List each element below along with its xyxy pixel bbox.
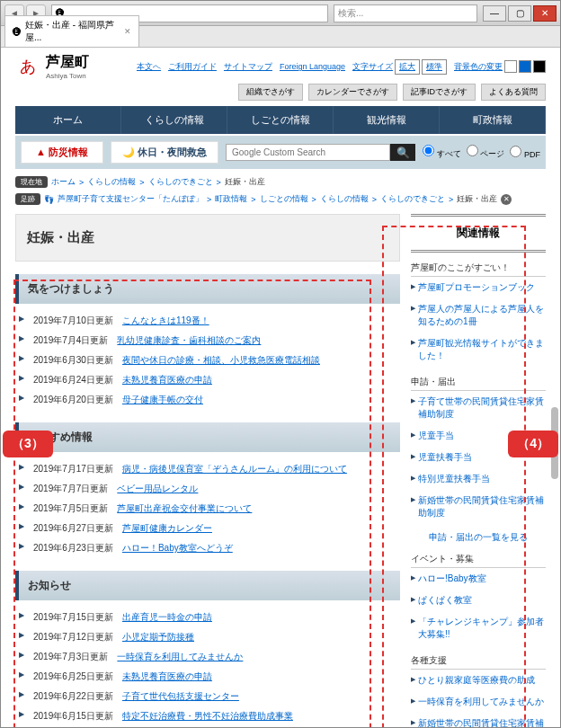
sidebar-link[interactable]: 「チャレンジキャンプ」参加者大募集!! bbox=[411, 611, 546, 645]
search-input[interactable] bbox=[226, 144, 390, 161]
sidebar-link[interactable]: 新婚世帯の民間賃貸住宅家賃補助制度 bbox=[411, 713, 546, 728]
sidebar-link[interactable]: 一時保育を利用してみませんか bbox=[411, 691, 546, 713]
sidebar-title: 関連情報 bbox=[411, 214, 546, 253]
item-link[interactable]: 芦屋町健康カレンダー bbox=[122, 522, 212, 535]
radio-すべて[interactable]: すべて bbox=[423, 145, 461, 160]
item-date: 2019年6月22日更新 bbox=[33, 690, 113, 703]
item-link[interactable]: 母子健康手帳の交付 bbox=[122, 394, 203, 406]
list-item: ▶2019年6月24日更新未熟児養育医療の申請 bbox=[15, 370, 400, 390]
sidebar-group-label: 申請・届出 bbox=[411, 376, 546, 391]
bullet-icon: ▶ bbox=[19, 542, 24, 550]
item-date: 2019年7月3日更新 bbox=[33, 651, 108, 663]
bullet-icon: ▶ bbox=[19, 354, 24, 362]
breadcrumb-link[interactable]: くらしのできごと bbox=[380, 193, 445, 205]
sidebar: 関連情報 芦屋町のここがすごい！芦屋町プロモーションブック芦屋人の芦屋人による芦… bbox=[411, 214, 546, 728]
maximize-button[interactable]: ▢ bbox=[508, 5, 531, 22]
radio-PDF[interactable]: PDF bbox=[510, 146, 540, 159]
sub-button[interactable]: よくある質問 bbox=[481, 84, 546, 101]
nav-item[interactable]: 町政情報 bbox=[440, 106, 546, 134]
sidebar-link[interactable]: 芦屋人の芦屋人による芦屋人を知るための1冊 bbox=[411, 298, 546, 333]
bullet-icon: ▶ bbox=[19, 710, 24, 718]
minimize-button[interactable]: — bbox=[483, 5, 506, 22]
item-link[interactable]: こんなときは119番！ bbox=[122, 315, 209, 327]
item-link[interactable]: 病児・病後児保育室「ぞうさんルーム」の利用について bbox=[122, 463, 347, 475]
breadcrumb-link[interactable]: くらしの情報 bbox=[320, 193, 369, 205]
sidebar-link[interactable]: 芦屋町プロモーションブック bbox=[411, 277, 546, 298]
item-link[interactable]: 出産育児一時金の申請 bbox=[122, 611, 212, 624]
sub-button[interactable]: カレンダーでさがす bbox=[308, 84, 397, 101]
browser-search[interactable]: 検索... bbox=[334, 4, 477, 22]
breadcrumb-link[interactable]: 町政情報 bbox=[215, 193, 247, 205]
fontsize-button[interactable]: 拡大 bbox=[395, 59, 420, 75]
sidebar-link[interactable]: ひとり親家庭等医療費の助成 bbox=[411, 670, 546, 691]
list-item: ▶2019年6月15日更新特定不妊治療費・男性不妊治療費助成事業 bbox=[15, 706, 400, 726]
browser-window: ◄ ► 🅔 検索... — ▢ ✕ 🅔 妊娠・出産 - 福岡県芦屋... ✕ あ… bbox=[0, 0, 561, 728]
item-link[interactable]: 小児定期予防接種 bbox=[122, 631, 194, 644]
item-link[interactable]: 子育て世代包括支援センター bbox=[122, 690, 239, 703]
item-link[interactable]: 一時保育を利用してみませんか bbox=[117, 651, 243, 663]
sub-button[interactable]: 記事IDでさがす bbox=[403, 84, 476, 101]
breadcrumb-link[interactable]: くらしのできごと bbox=[148, 176, 213, 188]
item-link[interactable]: ハロー！Baby教室へどうぞ bbox=[122, 542, 233, 555]
list-item: ▶2019年6月25日更新未熟児養育医療の申請 bbox=[15, 667, 400, 687]
item-link[interactable]: 特定不妊治療費・男性不妊治療費助成事業 bbox=[122, 710, 293, 723]
town-name: 芦屋町 bbox=[46, 54, 89, 69]
sidebar-link[interactable]: 特別児童扶養手当 bbox=[411, 468, 546, 490]
alert-button[interactable]: ▲ 防災情報 bbox=[21, 141, 103, 164]
fontsize-button[interactable]: 標準 bbox=[422, 59, 447, 75]
top-link[interactable]: サイトマップ bbox=[224, 61, 272, 73]
nav-item[interactable]: 観光情報 bbox=[334, 106, 440, 134]
item-date: 2019年6月15日更新 bbox=[33, 710, 113, 723]
sidebar-group-label: イベント・募集 bbox=[411, 553, 546, 568]
list-item: ▶2019年7月12日更新小児定期予防接種 bbox=[15, 627, 400, 647]
item-link[interactable]: 未熟児養育医療の申請 bbox=[122, 374, 212, 386]
tab-title: 妊娠・出産 - 福岡県芦屋... bbox=[25, 19, 117, 44]
bgcolor-button[interactable] bbox=[533, 60, 546, 73]
browser-tab[interactable]: 🅔 妊娠・出産 - 福岡県芦屋... ✕ bbox=[4, 15, 139, 47]
sidebar-link[interactable]: 芦屋町観光情報サイトができました！ bbox=[411, 333, 546, 367]
sub-button[interactable]: 組織でさがす bbox=[238, 84, 303, 101]
top-link[interactable]: 本文へ bbox=[137, 61, 161, 73]
nav-item[interactable]: くらしの情報 bbox=[121, 106, 227, 134]
callout-4: （4） bbox=[508, 431, 558, 457]
bgcolor-button[interactable] bbox=[504, 60, 517, 73]
search-filters: すべて ページ PDF bbox=[423, 145, 540, 160]
breadcrumb-close[interactable]: ✕ bbox=[501, 194, 512, 205]
sidebar-link[interactable]: ぱくぱく教室 bbox=[411, 590, 546, 611]
sidebar-more-link[interactable]: 申請・届出の一覧を見る bbox=[411, 531, 546, 544]
nav-item[interactable]: ホーム bbox=[15, 106, 121, 134]
site-search: 🔍 bbox=[226, 144, 415, 161]
site-header: あ 芦屋町 Ashiya Town 本文へご利用ガイドサイトマップForeign… bbox=[15, 53, 546, 80]
item-date: 2019年6月25日更新 bbox=[33, 670, 113, 683]
bullet-icon: ▶ bbox=[19, 522, 24, 530]
item-link[interactable]: ベビー用品レンタル bbox=[117, 483, 198, 495]
item-link[interactable]: 未熟児養育医療の申請 bbox=[122, 670, 212, 683]
breadcrumb-link[interactable]: ホーム bbox=[51, 176, 76, 188]
search-button[interactable]: 🔍 bbox=[390, 144, 415, 161]
bullet-icon: ▶ bbox=[19, 611, 24, 619]
radio-ページ[interactable]: ページ bbox=[467, 145, 505, 160]
list-item: ▶2019年7月17日更新病児・病後児保育室「ぞうさんルーム」の利用について bbox=[15, 459, 400, 479]
item-link[interactable]: 夜間や休日の診療・相談、小児救急医療電話相談 bbox=[122, 354, 320, 367]
bgcolor-button[interactable] bbox=[519, 60, 531, 73]
callout-3: （3） bbox=[3, 431, 53, 457]
item-link[interactable]: 芦屋町出産祝金交付事業について bbox=[117, 502, 252, 515]
top-link[interactable]: ご利用ガイド bbox=[168, 61, 217, 73]
night-button[interactable]: 🌙 休日・夜間救急 bbox=[111, 141, 218, 164]
tab-close-icon[interactable]: ✕ bbox=[124, 27, 131, 36]
bullet-icon: ▶ bbox=[19, 463, 24, 471]
item-link[interactable]: 乳幼児健康診査・歯科相談のご案内 bbox=[117, 334, 261, 347]
breadcrumb-link[interactable]: くらしの情報 bbox=[87, 176, 136, 188]
breadcrumb-history: 足跡 👣 芦屋町子育て支援センター「たんぽぽ」 > 町政情報 > しごとの情報 … bbox=[15, 193, 546, 205]
top-link[interactable]: Foreign Language bbox=[280, 62, 345, 71]
nav-item[interactable]: しごとの情報 bbox=[227, 106, 334, 134]
section-header: お知らせ bbox=[15, 571, 400, 600]
sidebar-link[interactable]: 新婚世帯の民間賃貸住宅家賃補助制度 bbox=[411, 490, 546, 524]
breadcrumb-link[interactable]: しごとの情報 bbox=[260, 193, 308, 205]
logo[interactable]: あ 芦屋町 Ashiya Town bbox=[15, 53, 89, 80]
breadcrumb-link[interactable]: 芦屋町子育て支援センター「たんぽぽ」 bbox=[58, 193, 203, 205]
sidebar-link[interactable]: 子育て世帯の民間賃貸住宅家賃補助制度 bbox=[411, 391, 546, 425]
close-button[interactable]: ✕ bbox=[533, 5, 557, 22]
sidebar-link[interactable]: ハロー!Baby教室 bbox=[411, 568, 546, 590]
bullet-icon: ▶ bbox=[19, 394, 24, 402]
